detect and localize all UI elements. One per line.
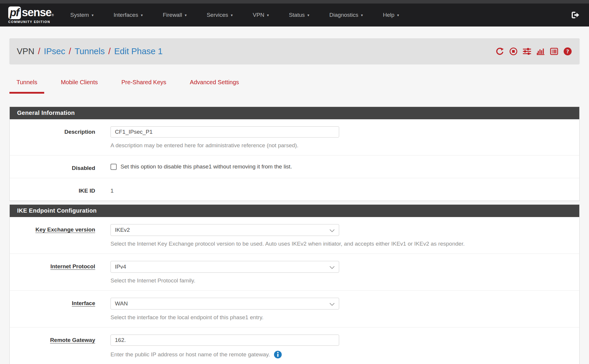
nav-item-label: Diagnostics bbox=[329, 12, 358, 18]
chevron-down-icon: ▾ bbox=[231, 13, 233, 17]
chevron-down-icon bbox=[330, 264, 335, 269]
tab-tunnels[interactable]: Tunnels bbox=[9, 79, 44, 94]
remote-gateway-label: Remote Gateway bbox=[10, 335, 95, 359]
chevron-down-icon: ▾ bbox=[185, 13, 187, 17]
chevron-down-icon: ▾ bbox=[92, 13, 94, 17]
refresh-icon[interactable] bbox=[496, 47, 504, 56]
breadcrumb-tunnels[interactable]: Tunnels bbox=[75, 47, 105, 56]
interface-label: Interface bbox=[10, 298, 95, 321]
help-text: A description may be entered here for ad… bbox=[110, 142, 298, 149]
key-exchange-version-row: Key Exchange version IKEv2 Select the In… bbox=[10, 217, 579, 254]
breadcrumb-separator: / bbox=[38, 47, 40, 56]
disabled-row: Disabled Set this option to disable this… bbox=[10, 155, 579, 178]
logo-sense-text: sense bbox=[22, 7, 51, 18]
sliders-icon[interactable] bbox=[523, 47, 531, 56]
logo-pf-badge: pf bbox=[8, 6, 21, 19]
key-exchange-version-help-text: Select the Internet Key Exchange protoco… bbox=[110, 241, 570, 247]
remote-gateway-row: Remote Gateway Enter the public IP addre… bbox=[10, 327, 579, 364]
help-text: Enter the public IP address or host name… bbox=[110, 351, 270, 358]
internet-protocol-row: Internet Protocol IPv4 Select the Intern… bbox=[10, 254, 579, 291]
select-value: IPv4 bbox=[115, 264, 126, 270]
disabled-checkbox[interactable] bbox=[110, 164, 117, 170]
nav-item-interfaces[interactable]: Interfaces ▾ bbox=[103, 8, 153, 22]
key-exchange-version-label: Key Exchange version bbox=[10, 224, 95, 247]
nav-item-services[interactable]: Services ▾ bbox=[197, 8, 242, 22]
description-help-text: A description may be entered here for ad… bbox=[110, 142, 570, 149]
breadcrumb: VPN / IPsec / Tunnels / Edit Phase 1 bbox=[17, 47, 163, 56]
nav-item-diagnostics[interactable]: Diagnostics ▾ bbox=[319, 8, 373, 22]
tab-pre-shared-keys[interactable]: Pre-Shared Keys bbox=[114, 79, 173, 94]
logo-subtitle: COMMUNITY EDITION bbox=[8, 20, 54, 24]
internet-protocol-select[interactable]: IPv4 bbox=[110, 261, 339, 273]
remote-gateway-input[interactable] bbox=[110, 335, 339, 346]
chevron-down-icon: ▾ bbox=[267, 13, 269, 17]
interface-row: Interface WAN Select the interface for t… bbox=[10, 291, 579, 327]
tab-advanced-settings[interactable]: Advanced Settings bbox=[183, 79, 246, 94]
logo-registered-mark: ® bbox=[52, 14, 54, 17]
tab-bar: Tunnels Mobile Clients Pre-Shared Keys A… bbox=[9, 79, 580, 94]
nav-item-label: Firewall bbox=[163, 12, 182, 18]
disabled-label: Disabled bbox=[10, 163, 95, 171]
stop-icon[interactable] bbox=[509, 47, 518, 56]
general-information-panel: General Information Description A descri… bbox=[9, 107, 580, 201]
internet-protocol-help-text: Select the Internet Protocol family. bbox=[110, 277, 570, 284]
nav-item-label: Help bbox=[383, 12, 395, 18]
description-row: Description A description may be entered… bbox=[10, 119, 579, 155]
nav-item-label: Status bbox=[289, 12, 305, 18]
nav-menu: System ▾ Interfaces ▾ Firewall ▾ Service… bbox=[60, 8, 581, 22]
nav-item-label: System bbox=[70, 12, 89, 18]
chevron-down-icon: ▾ bbox=[307, 13, 309, 17]
tab-mobile-clients[interactable]: Mobile Clients bbox=[54, 79, 105, 94]
nav-item-label: VPN bbox=[253, 12, 264, 18]
disabled-checkbox-label: Set this option to disable this phase1 w… bbox=[121, 163, 292, 170]
help-text: Select the interface for the local endpo… bbox=[110, 314, 263, 321]
ike-id-row: IKE ID 1 bbox=[10, 178, 579, 201]
breadcrumb-bar: VPN / IPsec / Tunnels / Edit Phase 1 bbox=[9, 38, 580, 64]
interface-help-text: Select the interface for the local endpo… bbox=[110, 314, 570, 321]
bar-chart-icon[interactable] bbox=[536, 47, 545, 56]
pfsense-logo[interactable]: pf sense ® COMMUNITY EDITION bbox=[8, 6, 54, 24]
ike-id-label: IKE ID bbox=[10, 185, 95, 194]
chevron-down-icon: ▾ bbox=[361, 13, 363, 17]
ike-endpoint-configuration-panel: IKE Endpoint Configuration Key Exchange … bbox=[9, 204, 580, 364]
breadcrumb-vpn: VPN bbox=[17, 47, 34, 56]
key-exchange-version-select[interactable]: IKEv2 bbox=[110, 224, 339, 236]
nav-item-system[interactable]: System ▾ bbox=[60, 8, 104, 22]
breadcrumb-ipsec[interactable]: IPsec bbox=[44, 47, 65, 56]
panel-title-ike-endpoint-configuration: IKE Endpoint Configuration bbox=[10, 205, 579, 217]
description-label: Description bbox=[10, 126, 95, 149]
top-strip bbox=[0, 0, 589, 4]
sign-out-icon[interactable] bbox=[570, 9, 581, 21]
ike-id-value: 1 bbox=[110, 185, 570, 194]
help-text: Select the Internet Protocol family. bbox=[110, 277, 195, 284]
breadcrumb-separator: / bbox=[69, 47, 71, 56]
help-text: Select the Internet Key Exchange protoco… bbox=[110, 241, 465, 247]
info-icon[interactable] bbox=[274, 350, 282, 359]
chevron-down-icon bbox=[330, 227, 335, 232]
breadcrumb-separator: / bbox=[108, 47, 110, 56]
panel-title-general-information: General Information bbox=[10, 107, 579, 119]
nav-item-status[interactable]: Status ▾ bbox=[279, 8, 319, 22]
help-icon[interactable]: ? bbox=[563, 47, 572, 56]
list-icon[interactable] bbox=[550, 47, 558, 56]
interface-select[interactable]: WAN bbox=[110, 298, 339, 310]
select-value: WAN bbox=[115, 300, 128, 307]
description-input[interactable] bbox=[110, 126, 339, 138]
select-value: IKEv2 bbox=[115, 227, 130, 233]
breadcrumb-edit-phase-1[interactable]: Edit Phase 1 bbox=[114, 47, 162, 56]
main-navbar: pf sense ® COMMUNITY EDITION System ▾ In… bbox=[0, 4, 589, 27]
svg-text:?: ? bbox=[566, 48, 569, 54]
nav-item-label: Services bbox=[207, 12, 228, 18]
nav-item-label: Interfaces bbox=[113, 12, 138, 18]
nav-item-help[interactable]: Help ▾ bbox=[373, 8, 409, 22]
nav-item-firewall[interactable]: Firewall ▾ bbox=[153, 8, 197, 22]
breadcrumb-toolbar: ? bbox=[496, 47, 572, 56]
remote-gateway-help-text: Enter the public IP address or host name… bbox=[110, 350, 570, 359]
chevron-down-icon: ▾ bbox=[141, 13, 143, 17]
nav-item-vpn[interactable]: VPN ▾ bbox=[243, 8, 279, 22]
chevron-down-icon bbox=[330, 301, 335, 306]
internet-protocol-label: Internet Protocol bbox=[10, 261, 95, 284]
chevron-down-icon: ▾ bbox=[397, 13, 399, 17]
